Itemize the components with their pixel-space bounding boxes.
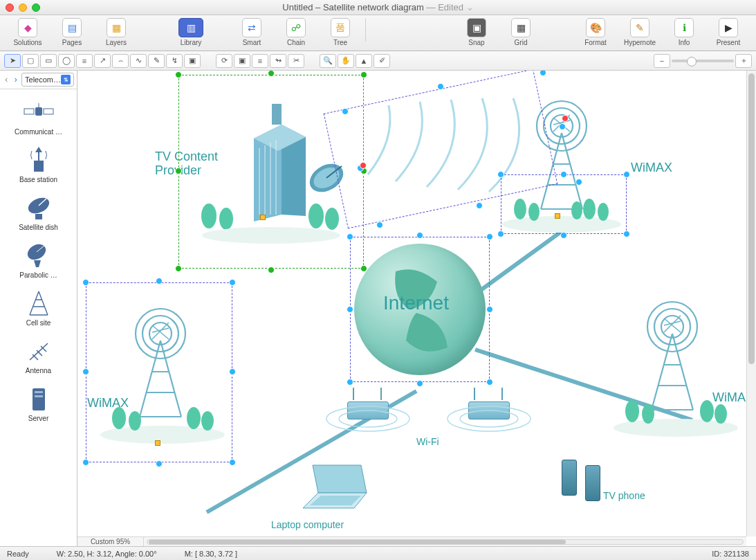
smart-button[interactable]: ⇄ Smart	[231, 18, 273, 46]
svg-point-49	[187, 407, 201, 429]
connector-tool[interactable]: ↯	[166, 54, 183, 68]
svg-point-31	[308, 204, 324, 228]
snap-icon: ▣	[467, 18, 486, 37]
status-mouse: M: [ 8.30, 3.72 ]	[185, 550, 237, 558]
arc-tool[interactable]: ⌢	[112, 54, 129, 68]
zoom-in-button[interactable]: ＋	[735, 54, 752, 68]
present-label: Present	[717, 39, 740, 46]
group-tool[interactable]: ▣	[234, 54, 250, 68]
sample-tool[interactable]: ▲	[356, 54, 372, 68]
sidebar-item-base-station[interactable]: Base station	[0, 140, 77, 188]
info-button[interactable]: ℹ Info	[663, 18, 705, 46]
curve-tool[interactable]: ∿	[130, 54, 147, 68]
sidebar-item-antenna[interactable]: Antenna	[0, 331, 77, 379]
tvphone-label: TV phone	[603, 490, 645, 501]
tv-provider-trees	[195, 195, 347, 244]
close-window-button[interactable]	[6, 3, 14, 12]
sidebar-item-label: Parabolic …	[1, 271, 75, 279]
split-tool[interactable]: ✂	[288, 54, 304, 68]
info-label: Info	[679, 39, 690, 46]
chain-button[interactable]: ☍ Chain	[275, 18, 317, 46]
toolbar-cluster-library: ▥ Library	[170, 18, 212, 46]
satellite-icon	[21, 96, 56, 127]
laptop[interactable]	[292, 458, 375, 515]
svg-point-52	[654, 309, 690, 345]
snap-label: Snap	[468, 39, 484, 46]
diagram-canvas[interactable]: Internet	[77, 71, 741, 541]
rotate-tool[interactable]: ⟳	[216, 54, 232, 68]
pointer-tool[interactable]: ➤	[4, 54, 21, 68]
marquee-tool[interactable]: ▢	[22, 54, 39, 68]
laptop-label: Laptop computer	[271, 519, 344, 530]
canvas-area[interactable]: Internet	[77, 71, 756, 546]
wifi-router-left[interactable]	[340, 389, 396, 424]
sidebar-item-cell-site[interactable]: Cell site	[0, 283, 77, 331]
pages-button[interactable]: ▤ Pages	[51, 18, 93, 46]
satellite-dish-icon	[21, 192, 56, 222]
status-size: W: 2.50, H: 3.12, Angle: 0.00°	[57, 550, 157, 558]
library-selector[interactable]: Telecom… ⇅	[21, 73, 74, 87]
tv-phone-2[interactable]	[585, 465, 600, 501]
present-button[interactable]: ▶ Present	[708, 18, 749, 46]
info-icon: ℹ	[674, 18, 694, 37]
wifi-router-right[interactable]	[461, 389, 517, 424]
svg-point-32	[325, 208, 339, 230]
line-tool[interactable]: ↗	[94, 54, 111, 68]
align-tool[interactable]: ≡	[252, 54, 268, 68]
library-label: Library	[181, 39, 202, 46]
rect-tool[interactable]: ▭	[40, 54, 57, 68]
grid-button[interactable]: ▦ Grid	[500, 18, 542, 46]
svg-rect-0	[35, 107, 42, 116]
svg-point-60	[339, 410, 397, 427]
hypernote-button[interactable]: ✎ Hypernote	[619, 18, 661, 46]
join-tool[interactable]: ↬	[270, 54, 286, 68]
zoom-tool[interactable]: 🔍	[320, 54, 336, 68]
sidebar-item-label: Cell site	[1, 319, 75, 327]
sidebar-item-parabolic[interactable]: Parabolic …	[0, 235, 77, 283]
pen-tool[interactable]: ✎	[148, 54, 165, 68]
shape-library-sidebar: ‹ › Telecom… ⇅ Communicat … Base station	[0, 71, 77, 546]
present-icon: ▶	[719, 18, 738, 37]
ellipse-tool[interactable]: ◯	[58, 54, 75, 68]
svg-point-29	[201, 204, 216, 228]
library-icon: ▥	[178, 18, 203, 37]
stamp-tool[interactable]: ▣	[184, 54, 201, 68]
minimize-window-button[interactable]	[19, 3, 27, 12]
status-id: ID: 321138	[712, 550, 749, 558]
format-button[interactable]: 🎨 Format	[575, 18, 616, 46]
svg-point-42	[571, 201, 582, 219]
eyedropper-tool[interactable]: ✐	[374, 54, 390, 68]
horizontal-scrollbar[interactable]	[147, 539, 744, 545]
library-back-button[interactable]: ‹	[3, 73, 10, 86]
status-ready: Ready	[7, 550, 29, 558]
base-station-icon	[21, 144, 56, 174]
layers-button[interactable]: ▦ Layers	[95, 18, 137, 46]
text-tool[interactable]: ≡	[76, 54, 93, 68]
zoom-window-button[interactable]	[32, 3, 40, 12]
sidebar-item-satellite-dish[interactable]: Satellite dish	[0, 188, 77, 235]
sidebar-item-server[interactable]: Server	[0, 379, 77, 426]
zoom-out-button[interactable]: −	[654, 54, 670, 68]
sidebar-item-label: Antenna	[1, 367, 75, 374]
library-items: Communicat … Base station Satellite dish…	[0, 89, 77, 546]
sidebar-item-label: Server	[1, 415, 75, 422]
zoom-value: Custom 95%	[91, 538, 130, 545]
sidebar-item-satellite[interactable]: Communicat …	[0, 92, 77, 140]
tv-phone-1[interactable]	[562, 460, 577, 496]
library-button[interactable]: ▥ Library	[170, 18, 212, 46]
title-dropdown-icon[interactable]: ⌄	[466, 2, 474, 12]
zoom-slider[interactable]	[672, 60, 734, 62]
solutions-button[interactable]: ◆ Solutions	[7, 18, 48, 46]
zoom-readout[interactable]: Custom 95%	[77, 537, 144, 547]
pages-icon: ▤	[62, 18, 82, 37]
chain-label: Chain	[287, 39, 305, 46]
tree-button[interactable]: 품 Tree	[320, 18, 361, 46]
snap-button[interactable]: ▣ Snap	[456, 18, 497, 46]
wifi-label: Wi-Fi	[416, 436, 439, 447]
library-forward-button[interactable]: ›	[12, 73, 20, 86]
vertical-scrollbar[interactable]	[746, 71, 756, 536]
pan-tool[interactable]: ✋	[338, 54, 354, 68]
vertical-scroll-thumb[interactable]	[748, 73, 755, 364]
svg-point-33	[202, 227, 340, 244]
title-prefix: Untitled	[282, 2, 313, 12]
